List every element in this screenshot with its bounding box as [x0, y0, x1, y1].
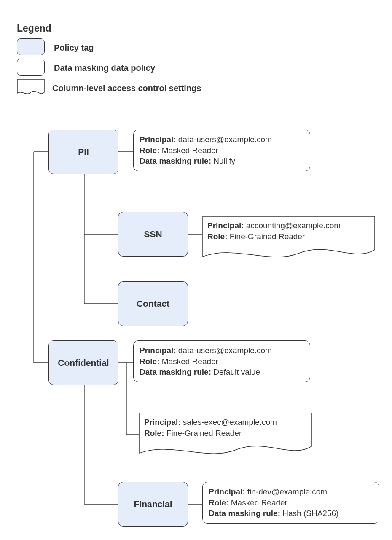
legend-row-acl: Column-level access control settings [17, 79, 201, 97]
value-role: Fine-Grained Reader [166, 429, 242, 437]
value-principal: sales-exec@example.com [183, 418, 277, 427]
data-policy-confidential: Principal: data-users@example.com Role: … [133, 340, 310, 382]
legend-title: Legend [17, 23, 201, 34]
label-principal: Principal: [209, 487, 245, 496]
legend-label: Data masking data policy [54, 63, 155, 73]
policy-tag-icon [17, 38, 46, 57]
label-principal: Principal: [140, 346, 176, 355]
data-policy-financial: Principal: fin-dev@example.com Role: Mas… [202, 482, 379, 524]
tag-label: PII [78, 147, 89, 157]
value-principal: fin-dev@example.com [247, 487, 327, 496]
label-rule: Data masking rule: [140, 367, 211, 376]
policy-tag-ssn: SSN [118, 212, 188, 256]
label-role: Role: [140, 357, 160, 366]
acl-settings-icon [17, 79, 45, 97]
label-rule: Data masking rule: [140, 157, 211, 165]
acl-ssn: Principal: accounting@example.com Role: … [202, 216, 375, 262]
value-role: Masked Reader [162, 357, 218, 366]
value-role: Masked Reader [162, 146, 218, 155]
data-policy-icon [17, 59, 46, 77]
label-principal: Principal: [207, 221, 244, 230]
label-rule: Data masking rule: [209, 509, 280, 518]
tag-label: Contact [137, 299, 169, 309]
value-role: Fine-Grained Reader [230, 232, 305, 241]
policy-tag-contact: Contact [118, 281, 188, 326]
legend-label: Column-level access control settings [52, 84, 201, 93]
policy-tag-confidential: Confidential [48, 340, 118, 385]
data-policy-pii: Principal: data-users@example.com Role: … [133, 130, 310, 171]
value-rule: Nullify [213, 157, 235, 165]
tag-label: Confidential [58, 358, 109, 368]
value-principal: data-users@example.com [178, 346, 272, 355]
legend-row-policy-tag: Policy tag [17, 38, 201, 57]
label-role: Role: [140, 146, 160, 155]
tag-label: Financial [134, 499, 172, 509]
acl-confidential: Principal: sales-exec@example.com Role: … [139, 413, 312, 459]
label-role: Role: [144, 429, 164, 437]
label-principal: Principal: [144, 418, 181, 427]
policy-tag-financial: Financial [118, 482, 188, 526]
value-principal: accounting@example.com [246, 221, 341, 230]
policy-tag-pii: PII [48, 130, 118, 174]
value-principal: data-users@example.com [178, 135, 272, 144]
label-role: Role: [209, 498, 229, 507]
legend: Legend Policy tag Data masking data poli… [17, 23, 201, 99]
value-rule: Default value [213, 367, 260, 376]
label-principal: Principal: [140, 135, 176, 144]
label-role: Role: [207, 232, 228, 241]
legend-row-data-policy: Data masking data policy [17, 59, 201, 77]
legend-label: Policy tag [54, 43, 94, 53]
value-role: Masked Reader [231, 498, 287, 507]
tag-label: SSN [144, 229, 162, 239]
value-rule: Hash (SHA256) [282, 509, 338, 518]
